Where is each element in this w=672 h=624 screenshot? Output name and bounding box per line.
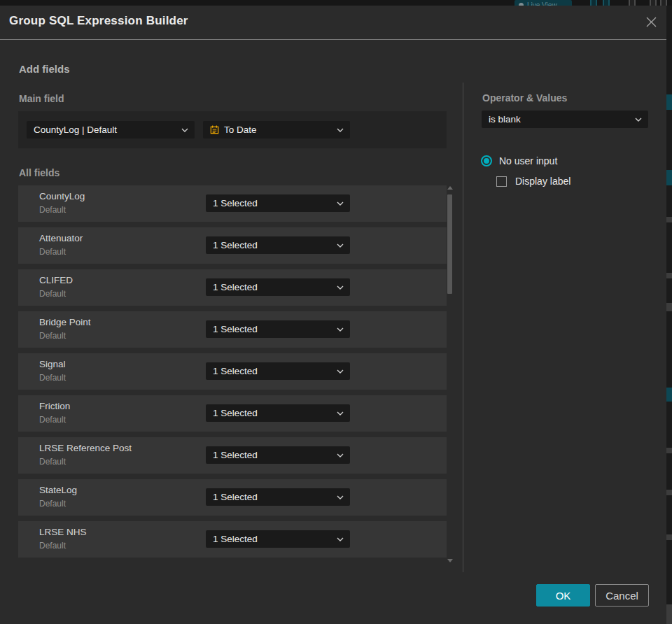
calendar-icon bbox=[203, 125, 220, 135]
operator-values-heading: Operator & Values bbox=[482, 92, 567, 104]
field-selection-value: 1 Selected bbox=[206, 282, 337, 292]
background-fragment bbox=[666, 170, 672, 185]
field-selection-value: 1 Selected bbox=[206, 408, 337, 418]
field-selection-dropdown[interactable]: 1 Selected bbox=[206, 362, 350, 380]
field-subtitle: Default bbox=[39, 373, 66, 383]
field-selection-value: 1 Selected bbox=[206, 324, 337, 334]
all-fields-list: CountyLog Default 1 Selected Attenuator … bbox=[18, 185, 447, 558]
field-subtitle: Default bbox=[39, 247, 66, 257]
field-subtitle: Default bbox=[39, 289, 66, 299]
field-selection-value: 1 Selected bbox=[206, 240, 337, 250]
field-selection-dropdown[interactable]: 1 Selected bbox=[206, 194, 350, 212]
chevron-down-icon bbox=[337, 201, 350, 206]
toolbar-button-fragment bbox=[629, 0, 636, 6]
field-name: Attenuator bbox=[39, 233, 83, 243]
main-field-panel: CountyLog | Default To Date bbox=[18, 111, 447, 148]
operator-dropdown[interactable]: is blank bbox=[482, 111, 648, 128]
chevron-down-icon bbox=[337, 495, 350, 499]
main-field-dropdown[interactable]: CountyLog | Default bbox=[27, 121, 195, 139]
cancel-button[interactable]: Cancel bbox=[595, 584, 649, 607]
field-subtitle: Default bbox=[39, 499, 66, 509]
main-field-label: Main field bbox=[19, 93, 64, 104]
chevron-down-icon bbox=[337, 411, 350, 416]
chevron-down-icon bbox=[337, 285, 350, 290]
field-row: CLIFED Default 1 Selected bbox=[18, 269, 447, 306]
field-selection-dropdown[interactable]: 1 Selected bbox=[206, 404, 350, 422]
dialog-header: Group SQL Expression Builder bbox=[0, 6, 666, 40]
fields-list-scrollbar[interactable] bbox=[446, 180, 454, 564]
add-fields-heading: Add fields bbox=[19, 63, 70, 75]
field-row: Bridge Point Default 1 Selected bbox=[18, 311, 447, 348]
background-fragment bbox=[666, 534, 672, 540]
dialog-title: Group SQL Expression Builder bbox=[9, 14, 188, 28]
field-row: Signal Default 1 Selected bbox=[18, 353, 447, 390]
operator-value: is blank bbox=[482, 114, 635, 125]
scroll-up-icon[interactable] bbox=[447, 186, 453, 190]
field-row: LRSE NHS Default 1 Selected bbox=[18, 521, 447, 558]
background-fragment bbox=[666, 217, 672, 222]
field-row: Attenuator Default 1 Selected bbox=[18, 227, 447, 264]
field-subtitle: Default bbox=[39, 205, 66, 215]
background-fragment bbox=[666, 273, 672, 278]
field-subtitle: Default bbox=[39, 331, 66, 341]
background-fragment bbox=[666, 94, 672, 110]
chevron-down-icon bbox=[337, 128, 350, 132]
field-selection-dropdown[interactable]: 1 Selected bbox=[206, 278, 350, 296]
background-fragment bbox=[666, 604, 672, 624]
chevron-down-icon bbox=[337, 369, 350, 374]
toolbar-button-fragment bbox=[650, 0, 657, 6]
field-name: Bridge Point bbox=[39, 317, 91, 327]
main-field-type-value: To Date bbox=[220, 125, 337, 135]
field-selection-dropdown[interactable]: 1 Selected bbox=[206, 530, 350, 548]
display-label-label: Display label bbox=[515, 176, 570, 187]
toolbar-button-fragment bbox=[590, 0, 597, 6]
display-label-checkbox[interactable]: Display label bbox=[496, 175, 570, 187]
no-user-input-radio[interactable]: No user input bbox=[481, 155, 557, 167]
background-fragment bbox=[666, 490, 672, 495]
field-row: CountyLog Default 1 Selected bbox=[18, 185, 447, 222]
field-subtitle: Default bbox=[39, 541, 66, 551]
field-name: Friction bbox=[39, 401, 70, 411]
field-selection-dropdown[interactable]: 1 Selected bbox=[206, 236, 350, 254]
background-fragment bbox=[666, 388, 672, 402]
group-sql-expression-builder-dialog: Group SQL Expression Builder Add fields … bbox=[0, 6, 666, 624]
chevron-down-icon bbox=[337, 243, 350, 248]
ok-button[interactable]: OK bbox=[536, 584, 590, 607]
chevron-down-icon bbox=[181, 128, 195, 132]
page: Live View Group SQL Expression Builder bbox=[0, 0, 672, 624]
field-name: StateLog bbox=[39, 485, 77, 495]
field-name: CLIFED bbox=[39, 275, 73, 285]
background-fragment bbox=[666, 448, 672, 453]
field-subtitle: Default bbox=[39, 415, 66, 425]
toolbar-button-fragment bbox=[603, 0, 610, 6]
scrollbar-thumb[interactable] bbox=[447, 194, 452, 294]
field-name: CountyLog bbox=[39, 191, 85, 201]
chevron-down-icon bbox=[337, 327, 350, 332]
close-icon bbox=[645, 16, 657, 28]
chevron-down-icon bbox=[337, 453, 350, 458]
field-selection-value: 1 Selected bbox=[206, 198, 337, 208]
field-selection-dropdown[interactable]: 1 Selected bbox=[206, 446, 350, 464]
all-fields-label: All fields bbox=[19, 167, 59, 178]
no-user-input-label: No user input bbox=[499, 155, 557, 166]
field-selection-dropdown[interactable]: 1 Selected bbox=[206, 320, 350, 338]
field-row: StateLog Default 1 Selected bbox=[18, 479, 447, 516]
background-panel-strip bbox=[666, 6, 672, 624]
main-field-value: CountyLog | Default bbox=[27, 125, 181, 135]
field-selection-value: 1 Selected bbox=[206, 450, 337, 460]
background-fragment bbox=[666, 303, 672, 311]
scroll-down-icon[interactable] bbox=[447, 559, 453, 562]
toolbar-button-fragment bbox=[660, 0, 667, 6]
field-subtitle: Default bbox=[39, 457, 66, 467]
live-view-toggle[interactable]: Live View bbox=[514, 0, 572, 6]
main-field-type-dropdown[interactable]: To Date bbox=[203, 121, 350, 139]
field-row: LRSE Reference Post Default 1 Selected bbox=[18, 437, 447, 474]
field-selection-value: 1 Selected bbox=[206, 492, 337, 502]
chevron-down-icon bbox=[635, 118, 648, 122]
close-button[interactable] bbox=[644, 15, 658, 29]
field-name: LRSE NHS bbox=[39, 527, 87, 537]
checkbox-unchecked-icon bbox=[496, 176, 507, 187]
field-selection-value: 1 Selected bbox=[206, 534, 337, 544]
chevron-down-icon bbox=[337, 537, 350, 541]
field-selection-dropdown[interactable]: 1 Selected bbox=[206, 488, 350, 506]
